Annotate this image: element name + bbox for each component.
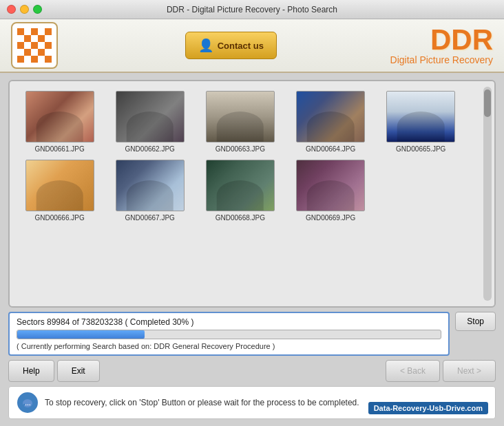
svg-rect-3 bbox=[31, 28, 38, 35]
photo-item[interactable]: GND00668.JPG bbox=[197, 160, 283, 222]
sector-text: Sectors 89984 of 738203238 ( Completed 3… bbox=[17, 317, 441, 327]
title-bar: DDR - Digital Picture Recovery - Photo S… bbox=[0, 0, 504, 19]
photo-grid-area: GND00661.JPGGND00662.JPGGND00663.JPGGND0… bbox=[8, 80, 496, 308]
next-button[interactable]: Next > bbox=[443, 360, 496, 382]
brand-name: DDR bbox=[390, 25, 493, 54]
progress-box: Sectors 89984 of 738203238 ( Completed 3… bbox=[8, 312, 450, 356]
svg-rect-2 bbox=[24, 28, 31, 35]
svg-rect-25 bbox=[45, 56, 52, 63]
photo-thumbnail bbox=[25, 160, 94, 211]
back-button[interactable]: < Back bbox=[386, 360, 440, 382]
help-button[interactable]: Help bbox=[8, 360, 54, 382]
stop-button[interactable]: Stop bbox=[455, 312, 496, 331]
progress-status: ( Currently performing Search based on: … bbox=[17, 342, 441, 350]
progress-area: Sectors 89984 of 738203238 ( Completed 3… bbox=[8, 312, 450, 356]
photo-filename: GND00664.JPG bbox=[306, 145, 355, 153]
svg-rect-13 bbox=[31, 42, 38, 49]
svg-rect-19 bbox=[38, 49, 45, 56]
svg-rect-8 bbox=[31, 35, 38, 42]
svg-rect-4 bbox=[38, 28, 45, 35]
svg-rect-14 bbox=[38, 42, 45, 49]
logo-icon bbox=[17, 28, 52, 63]
progress-bar-container bbox=[17, 330, 441, 339]
svg-rect-23 bbox=[31, 56, 38, 63]
app-header: 👤 Contact us DDR Digital Picture Recover… bbox=[0, 19, 504, 73]
close-button[interactable] bbox=[7, 5, 16, 14]
svg-rect-12 bbox=[24, 42, 31, 49]
main-content: GND00661.JPGGND00662.JPGGND00663.JPGGND0… bbox=[0, 73, 504, 426]
photo-thumbnail bbox=[296, 160, 365, 211]
photo-item[interactable]: GND00661.JPG bbox=[17, 91, 103, 153]
window-title: DDR - Digital Picture Recovery - Photo S… bbox=[167, 5, 337, 14]
svg-rect-21 bbox=[17, 56, 24, 63]
svg-rect-17 bbox=[24, 49, 31, 56]
photo-thumbnail bbox=[206, 91, 275, 142]
photo-item[interactable]: GND00663.JPG bbox=[197, 91, 283, 153]
svg-rect-16 bbox=[17, 49, 24, 56]
svg-rect-5 bbox=[45, 28, 52, 35]
app-logo bbox=[11, 22, 58, 69]
photo-filename: GND00668.JPG bbox=[216, 214, 265, 222]
contact-button[interactable]: 👤 Contact us bbox=[185, 32, 277, 59]
svg-rect-6 bbox=[17, 35, 24, 42]
svg-rect-15 bbox=[45, 42, 52, 49]
minimize-button[interactable] bbox=[20, 5, 29, 14]
photo-thumbnail bbox=[116, 91, 185, 142]
watermark: Data-Recovery-Usb-Drive.com bbox=[368, 402, 488, 414]
info-bar: … To stop recovery, click on 'Stop' Butt… bbox=[8, 386, 496, 419]
scrollbar-thumb[interactable] bbox=[484, 89, 491, 117]
photo-filename: GND00662.JPG bbox=[125, 145, 175, 153]
contact-label: Contact us bbox=[218, 41, 264, 51]
brand-subtitle: Digital Picture Recovery bbox=[390, 54, 493, 65]
svg-rect-20 bbox=[45, 49, 52, 56]
window-controls[interactable] bbox=[7, 5, 42, 14]
info-icon: … bbox=[17, 392, 38, 413]
photo-thumbnail bbox=[25, 91, 94, 142]
photo-filename: GND00663.JPG bbox=[216, 145, 265, 153]
photo-grid: GND00661.JPGGND00662.JPGGND00663.JPGGND0… bbox=[17, 91, 464, 222]
svg-rect-10 bbox=[45, 35, 52, 42]
photo-thumbnail bbox=[296, 91, 365, 142]
photo-item[interactable]: GND00666.JPG bbox=[17, 160, 103, 222]
svg-rect-7 bbox=[24, 35, 31, 42]
svg-rect-24 bbox=[38, 56, 45, 63]
photo-item[interactable]: GND00667.JPG bbox=[107, 160, 193, 222]
progress-stop-row: Sectors 89984 of 738203238 ( Completed 3… bbox=[8, 312, 496, 356]
photo-filename: GND00667.JPG bbox=[125, 214, 175, 222]
photo-filename: GND00661.JPG bbox=[34, 145, 84, 153]
svg-text:…: … bbox=[25, 400, 31, 407]
photo-item[interactable]: GND00669.JPG bbox=[287, 160, 373, 222]
photo-thumbnail bbox=[116, 160, 185, 211]
exit-button[interactable]: Exit bbox=[57, 360, 100, 382]
svg-rect-11 bbox=[17, 42, 24, 49]
info-text: To stop recovery, click on 'Stop' Button… bbox=[45, 398, 359, 407]
photo-thumbnail bbox=[206, 160, 275, 211]
photo-item[interactable]: GND00662.JPG bbox=[107, 91, 193, 153]
photo-filename: GND00665.JPG bbox=[396, 145, 445, 153]
maximize-button[interactable] bbox=[33, 5, 42, 14]
brand-area: DDR Digital Picture Recovery bbox=[390, 25, 493, 65]
header-center: 👤 Contact us bbox=[72, 32, 390, 59]
message-icon: … bbox=[21, 396, 34, 409]
svg-rect-22 bbox=[24, 56, 31, 63]
nav-controls: Help Exit < Back Next > bbox=[8, 360, 496, 382]
scrollbar-track[interactable] bbox=[483, 87, 492, 301]
photo-filename: GND00666.JPG bbox=[34, 214, 84, 222]
photo-item[interactable]: GND00664.JPG bbox=[287, 91, 373, 153]
svg-rect-9 bbox=[38, 35, 45, 42]
photo-filename: GND00669.JPG bbox=[306, 214, 355, 222]
svg-rect-18 bbox=[31, 49, 38, 56]
svg-rect-1 bbox=[17, 28, 24, 35]
photo-thumbnail bbox=[386, 91, 455, 142]
photo-item[interactable]: GND00665.JPG bbox=[378, 91, 464, 153]
contact-icon: 👤 bbox=[198, 38, 213, 53]
progress-bar-fill bbox=[17, 330, 145, 339]
